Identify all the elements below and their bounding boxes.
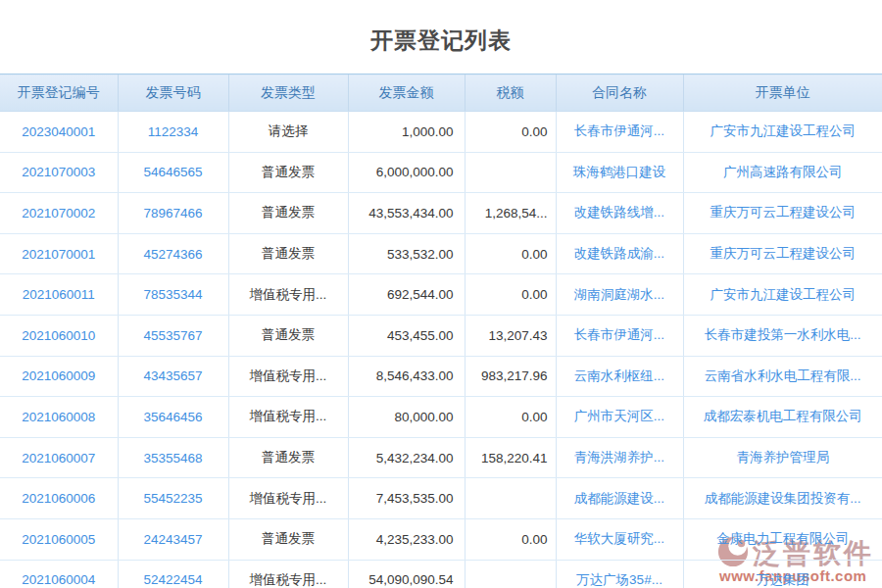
contract-link[interactable]: 华软大厦研究... bbox=[556, 518, 683, 560]
unit-link[interactable]: 长春市建投第一水利水电... bbox=[683, 315, 882, 356]
invoice-no-link[interactable]: 1122334 bbox=[118, 112, 228, 153]
amount-cell: 5,432,234.00 bbox=[348, 437, 465, 478]
table-row: 2021070002 78967466 普通发票 43,553,434.00 1… bbox=[0, 193, 882, 234]
reg-no-link[interactable]: 2021060005 bbox=[0, 518, 118, 560]
amount-cell: 80,000.00 bbox=[348, 397, 465, 438]
reg-no-link[interactable]: 2021070003 bbox=[0, 152, 118, 193]
amount-cell: 453,455.00 bbox=[348, 315, 465, 356]
reg-no-link[interactable]: 2021060008 bbox=[0, 397, 118, 438]
unit-link[interactable]: 广安市九江建设工程公司 bbox=[683, 274, 882, 316]
table-row: 2021060008 35646456 增值税专用... 80,000.00 0… bbox=[0, 397, 882, 438]
amount-cell: 8,546,433.00 bbox=[348, 356, 465, 397]
unit-link[interactable]: 万达集团 bbox=[683, 560, 882, 588]
amount-cell: 4,235,233.00 bbox=[348, 518, 465, 560]
tax-cell: 1,268,54... bbox=[465, 193, 556, 234]
tax-cell: 0.00 bbox=[465, 233, 556, 274]
tax-cell: 0.00 bbox=[465, 274, 556, 316]
invoice-registration-table: 开票登记编号 发票号码 发票类型 发票金额 税额 合同名称 开票单位 20230… bbox=[0, 74, 882, 588]
contract-link[interactable]: 云南水利枢纽... bbox=[556, 356, 683, 397]
unit-link[interactable]: 成都能源建设集团投资有... bbox=[683, 478, 882, 519]
table-row: 2021060007 35355468 普通发票 5,432,234.00 15… bbox=[0, 437, 882, 478]
amount-cell: 692,544.00 bbox=[348, 274, 465, 316]
invoice-type-cell: 增值税专用... bbox=[228, 356, 348, 397]
reg-no-link[interactable]: 2021060007 bbox=[0, 437, 118, 478]
table-row: 2021070001 45274366 普通发票 533,532.00 0.00… bbox=[0, 233, 882, 274]
table-row: 2021060004 52422454 增值税专用... 54,090,090.… bbox=[0, 560, 882, 588]
tax-cell bbox=[465, 478, 556, 519]
invoice-type-cell: 普通发票 bbox=[228, 315, 348, 356]
contract-link[interactable]: 成都能源建设... bbox=[556, 478, 683, 519]
amount-cell: 7,453,535.00 bbox=[348, 478, 465, 519]
tax-cell: 983,217.96 bbox=[465, 356, 556, 397]
tax-cell: 0.00 bbox=[465, 518, 556, 560]
contract-link[interactable]: 湖南洞庭湖水... bbox=[556, 274, 683, 316]
contract-link[interactable]: 改建铁路线增... bbox=[556, 193, 683, 234]
table-row: 2021060009 43435657 增值税专用... 8,546,433.0… bbox=[0, 356, 882, 397]
invoice-type-cell: 普通发票 bbox=[228, 437, 348, 478]
invoice-no-link[interactable]: 55452235 bbox=[118, 478, 228, 519]
invoice-type-cell: 增值税专用... bbox=[228, 560, 348, 588]
reg-no-link[interactable]: 2021060004 bbox=[0, 560, 118, 588]
invoice-no-link[interactable]: 45274366 bbox=[118, 233, 228, 274]
invoice-no-link[interactable]: 35646456 bbox=[118, 397, 228, 438]
table-header: 开票登记编号 发票号码 发票类型 发票金额 税额 合同名称 开票单位 bbox=[0, 74, 882, 112]
tax-cell: 0.00 bbox=[465, 397, 556, 438]
unit-link[interactable]: 重庆万可云工程建设公司 bbox=[683, 193, 882, 234]
column-header-contract: 合同名称 bbox=[556, 74, 683, 112]
invoice-type-cell: 普通发票 bbox=[228, 233, 348, 274]
table-row: 2021070003 54646565 普通发票 6,000,000.00 珠海… bbox=[0, 152, 882, 193]
contract-link[interactable]: 万达广场35#... bbox=[556, 560, 683, 588]
contract-link[interactable]: 青海洪湖养护... bbox=[556, 437, 683, 478]
invoice-no-link[interactable]: 35355468 bbox=[118, 437, 228, 478]
tax-cell: 0.00 bbox=[465, 112, 556, 153]
reg-no-link[interactable]: 2023040001 bbox=[0, 112, 118, 153]
unit-link[interactable]: 青海养护管理局 bbox=[683, 437, 882, 478]
reg-no-link[interactable]: 2021060011 bbox=[0, 274, 118, 316]
contract-link[interactable]: 珠海鹤港口建设 bbox=[556, 152, 683, 193]
contract-link[interactable]: 长春市伊通河... bbox=[556, 112, 683, 153]
invoice-no-link[interactable]: 24243457 bbox=[118, 518, 228, 560]
contract-link[interactable]: 广州市天河区... bbox=[556, 397, 683, 438]
invoice-type-cell: 请选择 bbox=[228, 112, 348, 153]
invoice-no-link[interactable]: 78535344 bbox=[118, 274, 228, 316]
contract-link[interactable]: 长春市伊通河... bbox=[556, 315, 683, 356]
table-row: 2021060006 55452235 增值税专用... 7,453,535.0… bbox=[0, 478, 882, 519]
invoice-type-cell: 增值税专用... bbox=[228, 274, 348, 316]
invoice-type-cell: 增值税专用... bbox=[228, 397, 348, 438]
tax-cell: 158,220.41 bbox=[465, 437, 556, 478]
column-header-unit: 开票单位 bbox=[683, 74, 882, 112]
invoice-no-link[interactable]: 52422454 bbox=[118, 560, 228, 588]
table-row: 2023040001 1122334 请选择 1,000.00 0.00 长春市… bbox=[0, 112, 882, 153]
invoice-type-cell: 普通发票 bbox=[228, 193, 348, 234]
unit-link[interactable]: 云南省水利水电工程有限... bbox=[683, 356, 882, 397]
amount-cell: 54,090,090.54 bbox=[348, 560, 465, 588]
invoice-type-cell: 普通发票 bbox=[228, 152, 348, 193]
invoice-no-link[interactable]: 78967466 bbox=[118, 193, 228, 234]
column-header-tax: 税额 bbox=[465, 74, 556, 112]
unit-link[interactable]: 广州高速路有限公司 bbox=[683, 152, 882, 193]
tax-cell: 13,207.43 bbox=[465, 315, 556, 356]
reg-no-link[interactable]: 2021060010 bbox=[0, 315, 118, 356]
contract-link[interactable]: 改建铁路成渝... bbox=[556, 233, 683, 274]
amount-cell: 43,553,434.00 bbox=[348, 193, 465, 234]
unit-link[interactable]: 金康电力工程有限公司 bbox=[683, 518, 882, 560]
reg-no-link[interactable]: 2021070002 bbox=[0, 193, 118, 234]
invoice-no-link[interactable]: 45535767 bbox=[118, 315, 228, 356]
table-row: 2021060005 24243457 普通发票 4,235,233.00 0.… bbox=[0, 518, 882, 560]
table-body: 2023040001 1122334 请选择 1,000.00 0.00 长春市… bbox=[0, 112, 882, 588]
amount-cell: 1,000.00 bbox=[348, 112, 465, 153]
unit-link[interactable]: 广安市九江建设工程公司 bbox=[683, 112, 882, 153]
invoice-type-cell: 增值税专用... bbox=[228, 478, 348, 519]
amount-cell: 533,532.00 bbox=[348, 233, 465, 274]
amount-cell: 6,000,000.00 bbox=[348, 152, 465, 193]
table-row: 2021060011 78535344 增值税专用... 692,544.00 … bbox=[0, 274, 882, 316]
invoice-no-link[interactable]: 43435657 bbox=[118, 356, 228, 397]
unit-link[interactable]: 成都宏泰机电工程有限公司 bbox=[683, 397, 882, 438]
reg-no-link[interactable]: 2021070001 bbox=[0, 233, 118, 274]
invoice-type-cell: 普通发票 bbox=[228, 518, 348, 560]
unit-link[interactable]: 重庆万可云工程建设公司 bbox=[683, 233, 882, 274]
column-header-reg-no: 开票登记编号 bbox=[0, 74, 118, 112]
reg-no-link[interactable]: 2021060006 bbox=[0, 478, 118, 519]
invoice-no-link[interactable]: 54646565 bbox=[118, 152, 228, 193]
reg-no-link[interactable]: 2021060009 bbox=[0, 356, 118, 397]
